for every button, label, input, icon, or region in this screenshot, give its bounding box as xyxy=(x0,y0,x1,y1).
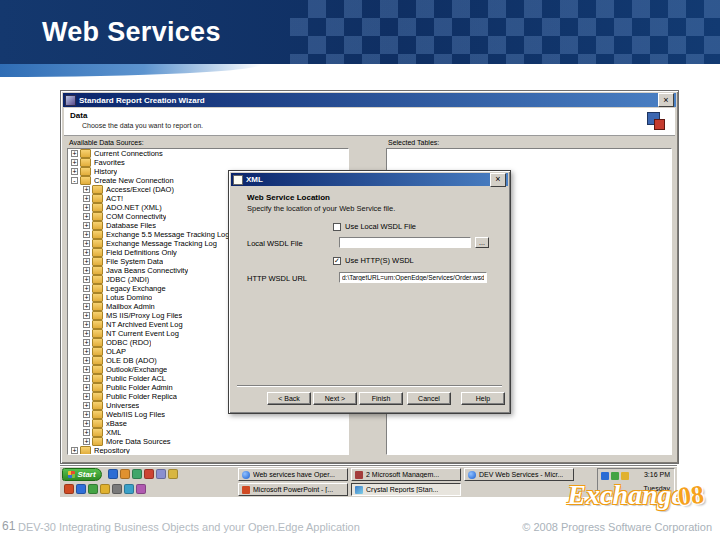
tree-expander-icon[interactable]: + xyxy=(83,375,90,382)
quick-launch-icon[interactable] xyxy=(108,469,118,479)
quick-launch-icon[interactable] xyxy=(132,469,142,479)
tree-expander-icon[interactable]: + xyxy=(83,384,90,391)
tree-item-label: Universes xyxy=(106,401,139,410)
tree-expander-icon[interactable]: + xyxy=(83,276,90,283)
slide: Web Services Standard Report Creation Wi… xyxy=(0,0,720,540)
tree-expander-icon[interactable]: + xyxy=(83,357,90,364)
selected-tables-label: Selected Tables: xyxy=(388,139,439,146)
tree-item-label: Legacy Exchange xyxy=(106,284,166,293)
tree-expander-icon[interactable]: + xyxy=(83,429,90,436)
tree-expander-icon[interactable]: + xyxy=(83,240,90,247)
quick-launch-icon[interactable] xyxy=(64,484,74,494)
tree-item-label: OLAP xyxy=(106,347,126,356)
tree-item[interactable]: + xBase xyxy=(68,419,348,428)
header-checker-pattern xyxy=(290,0,720,64)
tree-expander-icon[interactable]: + xyxy=(83,222,90,229)
quick-launch-icon[interactable] xyxy=(124,484,134,494)
tree-expander-icon[interactable]: + xyxy=(83,330,90,337)
taskbar-window-label: 2 Microsoft Managem... xyxy=(366,471,439,478)
quick-launch-icon[interactable] xyxy=(120,469,130,479)
dialog-button[interactable]: Help xyxy=(461,392,505,405)
task-buttons-row-1: Web services have Oper... 2 Microsoft Ma… xyxy=(238,468,574,481)
quick-launch-icon[interactable] xyxy=(76,484,86,494)
tree-expander-icon[interactable]: + xyxy=(83,285,90,292)
taskbar-window-button[interactable]: Microsoft PowerPoint - [... xyxy=(238,483,348,496)
tree-expander-icon[interactable]: + xyxy=(83,204,90,211)
tree-expander-icon[interactable]: + xyxy=(71,150,78,157)
tree-expander-icon[interactable]: + xyxy=(83,195,90,202)
tree-expander-icon[interactable]: + xyxy=(83,267,90,274)
start-button[interactable]: Start xyxy=(62,468,102,481)
folder-icon xyxy=(92,365,103,374)
tree-expander-icon[interactable]: + xyxy=(83,303,90,310)
dialog-button[interactable]: Cancel xyxy=(407,392,451,405)
quick-launch-icon[interactable] xyxy=(156,469,166,479)
tree-item[interactable]: + More Data Sources xyxy=(68,437,348,446)
tree-expander-icon[interactable]: + xyxy=(83,420,90,427)
taskbar-window-button[interactable]: 2 Microsoft Managem... xyxy=(351,468,461,481)
tree-expander-icon[interactable]: + xyxy=(71,168,78,175)
dialog-button[interactable]: Next > xyxy=(313,392,357,405)
quick-launch-icon[interactable] xyxy=(88,484,98,494)
tree-expander-icon[interactable]: - xyxy=(71,177,78,184)
tree-expander-icon[interactable]: + xyxy=(83,294,90,301)
tree-item[interactable]: + XML xyxy=(68,428,348,437)
dialog-button[interactable]: Finish xyxy=(359,392,403,405)
tree-expander-icon[interactable]: + xyxy=(71,159,78,166)
tree-expander-icon[interactable]: + xyxy=(83,402,90,409)
tree-expander-icon[interactable]: + xyxy=(83,258,90,265)
tree-expander-icon[interactable]: + xyxy=(71,447,78,454)
tree-item-label: Exchange 5.5 Message Tracking Log xyxy=(106,230,229,239)
dialog-button[interactable]: < Back xyxy=(267,392,311,405)
quick-launch-icon[interactable] xyxy=(168,469,178,479)
tree-item-label: Repository xyxy=(94,446,130,455)
tree-expander-icon[interactable]: + xyxy=(83,321,90,328)
quick-launch-icon[interactable] xyxy=(144,469,154,479)
folder-icon xyxy=(80,158,91,167)
taskbar-window-button[interactable]: DEV Web Services - Micr... xyxy=(464,468,574,481)
tree-expander-icon[interactable]: + xyxy=(83,249,90,256)
wizard-titlebar[interactable]: Standard Report Creation Wizard xyxy=(63,93,676,107)
task-icon xyxy=(242,471,250,479)
quick-launch-icon[interactable] xyxy=(136,484,146,494)
web-service-location-subheading: Specify the location of your Web Service… xyxy=(247,204,395,213)
tree-expander-icon[interactable]: + xyxy=(83,438,90,445)
tree-item-label: File System Data xyxy=(106,257,163,266)
folder-icon xyxy=(92,410,103,419)
xml-dialog-titlebar[interactable]: XML xyxy=(231,173,508,186)
tree-expander-icon[interactable]: + xyxy=(83,213,90,220)
tree-item[interactable]: + Current Connections xyxy=(68,149,348,158)
tree-item[interactable]: + Favorites xyxy=(68,158,348,167)
use-local-wsdl-checkbox[interactable] xyxy=(333,223,341,231)
tree-expander-icon[interactable]: + xyxy=(83,339,90,346)
taskbar-window-button[interactable]: Web services have Oper... xyxy=(238,468,348,481)
tree-item-label: COM Connectivity xyxy=(106,212,166,221)
folder-icon xyxy=(92,257,103,266)
folder-icon xyxy=(92,356,103,365)
quick-launch-icon[interactable] xyxy=(112,484,122,494)
wizard-step-banner: Data Choose the data you want to report … xyxy=(64,108,675,136)
dialog-separator xyxy=(237,385,502,387)
taskbar-window-button[interactable]: Crystal Reports [Stan... xyxy=(351,483,461,496)
xml-document-icon xyxy=(233,175,243,185)
tree-item[interactable]: + Repository xyxy=(68,446,348,455)
browse-button[interactable]: ... xyxy=(475,237,489,248)
tree-item-label: Field Definitions Only xyxy=(106,248,177,257)
close-icon[interactable] xyxy=(490,173,506,187)
tree-expander-icon[interactable]: + xyxy=(83,312,90,319)
tree-expander-icon[interactable]: + xyxy=(83,393,90,400)
local-wsdl-file-input[interactable] xyxy=(339,237,471,248)
folder-icon xyxy=(92,194,103,203)
http-wsdl-url-input[interactable] xyxy=(339,272,487,283)
tree-expander-icon[interactable]: + xyxy=(83,231,90,238)
tree-expander-icon[interactable]: + xyxy=(83,186,90,193)
folder-icon xyxy=(92,203,103,212)
xml-dialog: XML Web Service Location Specify the loc… xyxy=(228,170,511,414)
tree-expander-icon[interactable]: + xyxy=(83,366,90,373)
tree-expander-icon[interactable]: + xyxy=(83,411,90,418)
tree-expander-icon[interactable]: + xyxy=(83,348,90,355)
folder-icon xyxy=(92,329,103,338)
close-icon[interactable] xyxy=(658,93,674,107)
quick-launch-icon[interactable] xyxy=(100,484,110,494)
use-http-wsdl-checkbox[interactable] xyxy=(333,257,341,265)
